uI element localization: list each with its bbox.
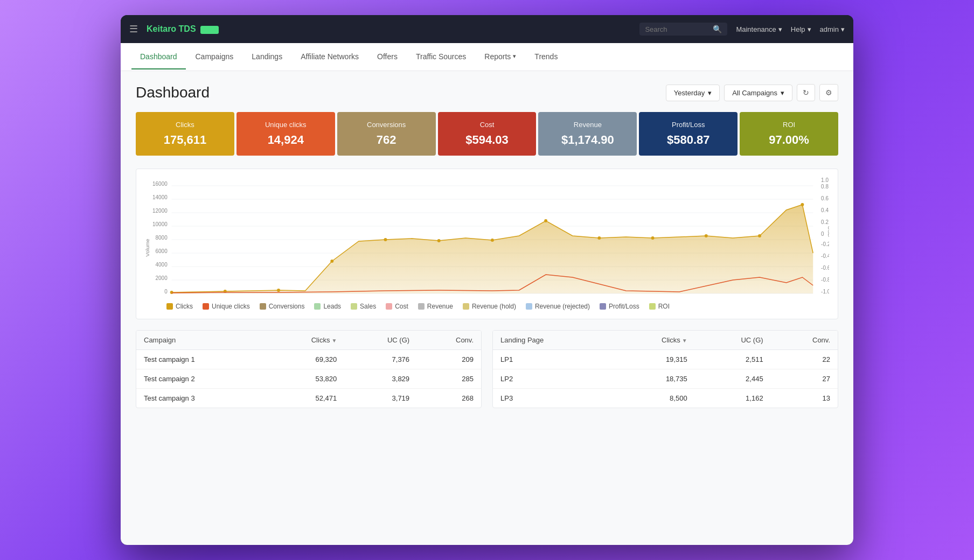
search-box[interactable]: 🔍: [639, 23, 727, 36]
chart-svg: 0 2000 4000 6000 8000 10000 12000 14000 …: [145, 178, 829, 296]
legend-dot-revenue-hold: [463, 303, 469, 310]
stat-card-unique-clicks: Unique clicks 14,924: [236, 112, 335, 156]
legend-revenue: Revenue: [418, 303, 453, 310]
stat-cost-label: Cost: [446, 121, 529, 129]
svg-text:10000: 10000: [152, 221, 168, 227]
svg-text:6000: 6000: [156, 248, 168, 254]
legend-dot-profit: [600, 303, 606, 310]
landing-conv: 22: [771, 350, 838, 369]
svg-text:0: 0: [164, 289, 168, 295]
chart-legend: Clicks Unique clicks Conversions Leads S…: [145, 303, 829, 310]
svg-text:-1.0: -1.0: [821, 289, 829, 295]
legend-label-leads: Leads: [323, 303, 341, 310]
nav-item-landings[interactable]: Landings: [243, 45, 291, 69]
campaign-uc: 7,376: [344, 350, 417, 369]
legend-dot-roi: [649, 303, 656, 310]
legend-label-cost: Cost: [395, 303, 408, 310]
legend-dot-leads: [314, 303, 321, 310]
legend-label-revenue-rejected: Revenue (rejected): [535, 303, 590, 310]
search-input[interactable]: [645, 25, 709, 33]
stat-card-conversions: Conversions 762: [337, 112, 436, 156]
nav-item-affiliate-networks[interactable]: Affiliate Networks: [292, 45, 367, 69]
stat-clicks-label: Clicks: [143, 121, 227, 129]
landing-conv: 13: [771, 389, 838, 408]
tables-grid: Campaign Clicks▼ UC (G) Conv. Test campa…: [136, 330, 838, 408]
stat-profit-value: $580.87: [646, 133, 730, 147]
table-row: LP2 18,735 2,445 27: [493, 369, 838, 389]
maintenance-menu[interactable]: Maintenance ▾: [736, 25, 782, 33]
table-row: LP3 8,500 1,162 13: [493, 389, 838, 408]
campaign-conv: 285: [417, 369, 481, 389]
svg-text:0.6: 0.6: [821, 195, 829, 201]
svg-text:-0.4: -0.4: [821, 253, 829, 259]
campaign-conv: 209: [417, 350, 481, 369]
page-title: Dashboard: [136, 84, 210, 101]
stat-card-cost: Cost $594.03: [438, 112, 537, 156]
click-dot: [651, 236, 655, 240]
campaign-filter-dropdown[interactable]: All Campaigns ▾: [724, 85, 792, 101]
refresh-button[interactable]: ↻: [797, 84, 815, 101]
browser-frame: ☰ Keitaro TDS PRO 🔍 Maintenance ▾ Help ▾…: [121, 15, 853, 545]
landing-col-header: Landing Page: [493, 331, 612, 350]
legend-roi: ROI: [649, 303, 670, 310]
clicks-col-header[interactable]: Clicks▼: [265, 331, 344, 350]
chart-wrap: 0 2000 4000 6000 8000 10000 12000 14000 …: [145, 178, 829, 296]
nav-item-campaigns[interactable]: Campaigns: [187, 45, 242, 69]
campaign-conv: 268: [417, 389, 481, 408]
header-controls: Yesterday ▾ All Campaigns ▾ ↻ ⚙: [666, 84, 838, 101]
svg-text:-0.8: -0.8: [821, 277, 829, 283]
landing-table: Landing Page Clicks▼ UC (G) Conv. LP1 19…: [493, 331, 838, 408]
svg-text:0.8: 0.8: [821, 184, 829, 190]
menu-icon[interactable]: ☰: [129, 23, 138, 35]
click-dot: [491, 239, 494, 242]
conv-col-header: Conv.: [417, 331, 481, 350]
legend-dot-revenue-rejected: [526, 303, 532, 310]
legend-dot-conversions: [260, 303, 266, 310]
landing-uc: 2,511: [695, 350, 771, 369]
nav-item-offers[interactable]: Offers: [368, 45, 406, 69]
campaign-clicks: 69,320: [265, 350, 344, 369]
table-row: LP1 19,315 2,511 22: [493, 350, 838, 369]
legend-conversions: Conversions: [260, 303, 305, 310]
click-dot: [170, 291, 173, 294]
top-bar-right: 🔍 Maintenance ▾ Help ▾ admin ▾: [639, 23, 845, 36]
campaign-name: Test campaign 2: [136, 369, 265, 389]
landing-name: LP2: [493, 369, 612, 389]
legend-dot-revenue: [418, 303, 425, 310]
nav-item-reports[interactable]: Reports▾: [476, 45, 525, 69]
stat-cost-value: $594.03: [446, 133, 529, 147]
legend-label-revenue: Revenue: [427, 303, 453, 310]
legend-label-revenue-hold: Revenue (hold): [472, 303, 516, 310]
landing-name: LP1: [493, 350, 612, 369]
help-menu[interactable]: Help ▾: [791, 25, 811, 33]
content-area: Dashboard Yesterday ▾ All Campaigns ▾ ↻ …: [121, 71, 853, 545]
table-row: Test campaign 1 69,320 7,376 209: [136, 350, 481, 369]
svg-text:-0.2: -0.2: [821, 241, 829, 247]
landing-clicks: 8,500: [612, 389, 695, 408]
landing-table-header-row: Landing Page Clicks▼ UC (G) Conv.: [493, 331, 838, 350]
campaign-table-section: Campaign Clicks▼ UC (G) Conv. Test campa…: [136, 330, 482, 408]
settings-button[interactable]: ⚙: [819, 84, 838, 101]
campaign-uc: 3,829: [344, 369, 417, 389]
nav-item-dashboard[interactable]: Dashboard: [131, 45, 186, 69]
click-dot: [544, 219, 547, 222]
campaign-col-header: Campaign: [136, 331, 265, 350]
landing-conv: 27: [771, 369, 838, 389]
stat-roi-label: ROI: [747, 121, 831, 129]
click-dot: [705, 234, 708, 237]
legend-profit-loss: Profit/Loss: [600, 303, 639, 310]
admin-menu[interactable]: admin ▾: [820, 25, 845, 33]
svg-text:4000: 4000: [156, 262, 168, 268]
nav-item-traffic-sources[interactable]: Traffic Sources: [407, 45, 475, 69]
svg-text:Volume: Volume: [145, 239, 150, 257]
stat-conv-value: 762: [345, 133, 428, 147]
lp-clicks-col-header[interactable]: Clicks▼: [612, 331, 695, 350]
click-dot: [277, 289, 280, 292]
uc-col-header: UC (G): [344, 331, 417, 350]
date-filter-dropdown[interactable]: Yesterday ▾: [666, 85, 720, 101]
legend-cost: Cost: [386, 303, 408, 310]
landing-uc: 1,162: [695, 389, 771, 408]
click-dot: [801, 203, 804, 206]
landing-table-section: Landing Page Clicks▼ UC (G) Conv. LP1 19…: [492, 330, 838, 408]
nav-item-trends[interactable]: Trends: [526, 45, 566, 69]
